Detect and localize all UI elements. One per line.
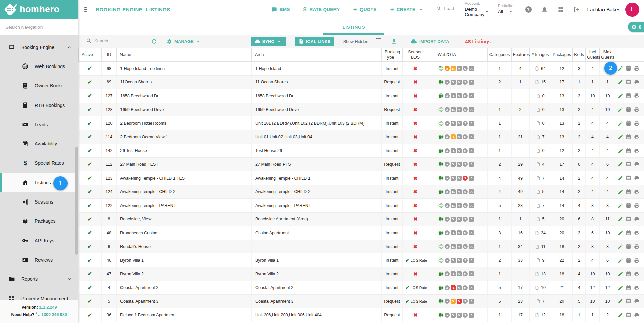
table-row[interactable]: ✔47Byron Villa 2Byron Villa 2Instant✖aB.… xyxy=(79,267,644,281)
edit-pencil-icon[interactable] xyxy=(618,244,623,249)
brand-logo[interactable]: homhero xyxy=(0,0,78,19)
sidebar-item-packages[interactable]: Packages xyxy=(0,212,78,231)
user-avatar[interactable]: L xyxy=(625,3,639,17)
edit-pencil-icon[interactable] xyxy=(618,161,623,167)
table-row[interactable]: ✔6Bundall's HouseInstant✖aB.VSΛ134111828… xyxy=(79,240,644,253)
printer-icon[interactable] xyxy=(634,79,640,85)
hamburger-menu-icon[interactable] xyxy=(84,7,87,12)
calendar-icon[interactable] xyxy=(626,148,632,154)
sidebar-item-api-keys[interactable]: API Keys xyxy=(0,231,78,250)
table-row[interactable]: ✔4Coastal Apartment 2Coastal Apartment 2… xyxy=(79,281,644,295)
table-row[interactable]: ✔11227 Main Road TEST27 Main Road PFSReq… xyxy=(79,158,644,171)
table-row[interactable]: ✔681 Hope Island - no linen1 Hope Island… xyxy=(79,62,644,76)
printer-icon[interactable] xyxy=(634,148,640,154)
printer-icon[interactable] xyxy=(634,216,640,222)
calendar-icon[interactable] xyxy=(626,271,632,277)
calendar-icon[interactable] xyxy=(626,203,632,208)
table-row[interactable]: ✔1202 Bedroom Hotel RoomsUnit 101 (2 BDR… xyxy=(79,116,644,130)
table-row[interactable]: ✔36Deluxe 1 Bedroom ApartmentUnit 206,Un… xyxy=(79,308,644,322)
table-row[interactable]: ✔8Beachside, ViewBeachside Apartment (Ar… xyxy=(79,212,644,226)
printer-icon[interactable] xyxy=(634,107,640,112)
table-row[interactable]: ✔1142 Bedroom Ocean View 1Unit 01,Unit 0… xyxy=(79,130,644,144)
search-navigation-input[interactable] xyxy=(5,25,73,30)
tab-listings[interactable]: LISTINGS xyxy=(323,19,384,35)
calendar-icon[interactable] xyxy=(626,230,632,236)
printer-icon[interactable] xyxy=(634,120,640,126)
table-search-input[interactable] xyxy=(94,38,139,43)
printer-icon[interactable] xyxy=(634,93,640,99)
download-icon[interactable] xyxy=(391,38,397,45)
calendar-icon[interactable] xyxy=(626,285,632,291)
sms-button[interactable]: SMS xyxy=(272,7,290,12)
import-data-button[interactable]: IMPORT DATA xyxy=(411,38,449,44)
edit-pencil-icon[interactable] xyxy=(618,216,623,222)
edit-pencil-icon[interactable] xyxy=(618,285,623,291)
table-row[interactable]: ✔14226 Test HouseTest House 26Instant✖aB… xyxy=(79,144,644,158)
ical-links-button[interactable]: ICAL LINKS xyxy=(295,37,334,46)
printer-icon[interactable] xyxy=(634,258,640,263)
sidebar-scrollbar[interactable] xyxy=(75,147,78,255)
table-row[interactable]: ✔46Byron Villa 1Byron Villa 1Instant✔LOS… xyxy=(79,253,644,267)
refresh-icon[interactable] xyxy=(151,38,157,45)
calendar-icon[interactable] xyxy=(626,216,632,222)
table-row[interactable]: ✔122Awakening Temple - PARENTAwakening T… xyxy=(79,198,644,212)
sidebar-item-reports[interactable]: Reports xyxy=(0,270,78,289)
edit-pencil-icon[interactable] xyxy=(618,312,623,318)
edit-pencil-icon[interactable] xyxy=(618,189,623,195)
show-hidden-checkbox[interactable] xyxy=(376,38,381,44)
sidebar-item-rtb-bookings[interactable]: RTB Bookings xyxy=(0,96,78,115)
edit-pencil-icon[interactable] xyxy=(618,230,623,236)
edit-pencil-icon[interactable] xyxy=(618,148,623,154)
user-name[interactable]: Lachlan Bakes xyxy=(587,7,620,12)
sidebar-item-property-management[interactable]: Property Management xyxy=(0,289,78,300)
edit-pencil-icon[interactable] xyxy=(618,93,623,99)
table-row[interactable]: ✔48Broadbeach CasinoCasino ApartmentInst… xyxy=(79,226,644,240)
rate-query-button[interactable]: $RATE QUERY xyxy=(303,6,340,13)
help-icon[interactable]: ? xyxy=(525,6,532,13)
printer-icon[interactable] xyxy=(634,175,640,181)
edit-pencil-icon[interactable] xyxy=(618,134,623,140)
calendar-icon[interactable] xyxy=(626,93,632,99)
sidebar-item-special-rates[interactable]: $Special Rates xyxy=(0,154,78,173)
calendar-icon[interactable] xyxy=(626,189,632,195)
apps-grid-icon[interactable] xyxy=(557,6,564,13)
sidebar-item-reviews[interactable]: Reviews xyxy=(0,250,78,269)
load-reservation-input[interactable] xyxy=(444,6,454,11)
logout-icon[interactable] xyxy=(573,6,581,13)
manage-button[interactable]: MANAGE xyxy=(167,39,201,44)
table-row[interactable]: ✔1271658 Beechwood Dr1658 Beechwood DrIn… xyxy=(79,89,644,103)
calendar-icon[interactable] xyxy=(626,134,632,140)
table-row[interactable]: ✔124Awakening Temple - CHILD 2Awakening … xyxy=(79,185,644,199)
printer-icon[interactable] xyxy=(634,134,640,140)
calendar-icon[interactable] xyxy=(626,107,632,112)
sidebar-item-leads[interactable]: Leads xyxy=(0,115,78,134)
table-row[interactable]: ✔123Awakening Temple - CHILD 1 TESTAwake… xyxy=(79,171,644,185)
quote-button[interactable]: +QUOTE xyxy=(353,7,376,12)
create-button[interactable]: +CREATE xyxy=(390,7,424,12)
printer-icon[interactable] xyxy=(634,312,640,318)
calendar-icon[interactable] xyxy=(626,258,632,263)
sidebar-item-availability[interactable]: Availability xyxy=(0,134,78,153)
printer-icon[interactable] xyxy=(634,161,640,167)
printer-icon[interactable] xyxy=(634,244,640,249)
edit-pencil-icon[interactable] xyxy=(618,271,623,277)
edit-pencil-icon[interactable] xyxy=(618,175,623,181)
edit-pencil-icon[interactable] xyxy=(618,107,623,112)
printer-icon[interactable] xyxy=(634,65,640,71)
edit-pencil-icon[interactable] xyxy=(618,298,623,304)
edit-pencil-icon[interactable] xyxy=(618,79,623,85)
table-row[interactable]: ✔5Coastal Apartment 3Coastal Apartment 3… xyxy=(79,295,644,308)
sidebar-item-web-bookings[interactable]: Web Bookings xyxy=(0,57,78,76)
sidebar-item-owner-booki[interactable]: Owner Booki… xyxy=(0,76,78,96)
account-dropdown[interactable]: Demo Company xyxy=(465,7,490,18)
calendar-icon[interactable] xyxy=(626,298,632,304)
sidebar-item-seasons[interactable]: Seasons xyxy=(0,192,78,211)
notifications-bell-icon[interactable] xyxy=(541,6,548,13)
printer-icon[interactable] xyxy=(634,285,640,291)
calendar-icon[interactable] xyxy=(626,244,632,249)
calendar-icon[interactable] xyxy=(626,175,632,181)
settings-corner-badge[interactable]: 0 xyxy=(628,22,644,32)
edit-pencil-icon[interactable] xyxy=(618,258,623,263)
edit-pencil-icon[interactable] xyxy=(618,120,623,126)
calendar-icon[interactable] xyxy=(626,161,632,167)
